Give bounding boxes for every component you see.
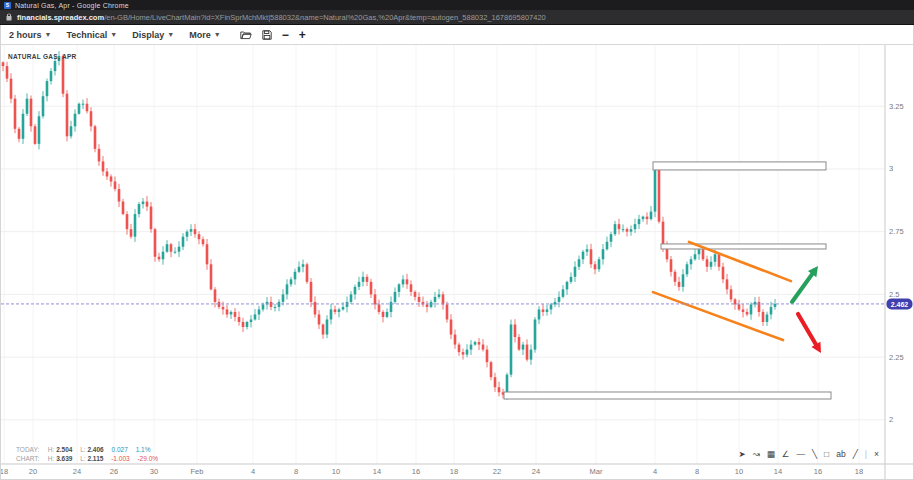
arrow-shaft[interactable] [792, 274, 812, 302]
price-tick-label: 2.5 [889, 290, 899, 299]
candle-body [754, 302, 757, 305]
time-tick-label: 22 [493, 467, 501, 476]
candle-body [134, 214, 137, 237]
candle-body [354, 287, 357, 295]
rectangle-tool-icon[interactable]: □ [824, 449, 829, 459]
time-tick-label: 26 [110, 467, 118, 476]
display-dropdown-label: Display [132, 30, 164, 40]
candle-body [178, 247, 181, 252]
candle-body [98, 149, 101, 162]
candle-body [450, 319, 453, 334]
more-dropdown[interactable]: More ▼ [189, 30, 220, 40]
candle-body [342, 307, 345, 310]
candle-body [170, 244, 173, 252]
candle-body [154, 229, 157, 257]
candle-body [554, 302, 557, 305]
trend-line-tool-icon[interactable]: ╲ [812, 449, 817, 459]
resistance-box[interactable] [504, 392, 831, 399]
candle-body [498, 387, 501, 392]
pointer-tool-icon[interactable]: ➤ [739, 449, 746, 459]
candle-body [310, 282, 313, 302]
time-tick-label: 24 [532, 467, 540, 476]
open-folder-icon[interactable] [240, 30, 252, 40]
candle-body [274, 307, 277, 308]
candle-body [546, 309, 549, 312]
candle-body [78, 104, 81, 114]
candle-body [174, 252, 177, 253]
candle-body [242, 322, 245, 327]
technical-dropdown-label: Technical [66, 30, 107, 40]
candle-body [430, 302, 433, 307]
technical-dropdown[interactable]: Technical ▼ [66, 30, 117, 40]
arrow-shaft[interactable] [798, 314, 816, 345]
resistance-box[interactable] [661, 244, 826, 249]
candle-body [682, 274, 685, 287]
chevron-down-icon: ▼ [110, 31, 117, 38]
candle-body [86, 104, 89, 112]
horizontal-line-tool-icon[interactable]: — [796, 449, 805, 459]
url-bar[interactable]: financials.spreadex.com/en-GB/Home/LiveC… [0, 10, 914, 25]
candle-body [50, 71, 53, 81]
candle-body [370, 282, 373, 295]
crosshair-tool-icon[interactable]: ↝ [753, 449, 760, 459]
display-dropdown[interactable]: Display ▼ [132, 30, 174, 40]
candle-body [206, 244, 209, 264]
candle-body [366, 277, 369, 282]
time-tick-label: 14 [373, 467, 381, 476]
candle-body [298, 267, 301, 272]
candle-body [538, 309, 541, 319]
candle-body [190, 229, 193, 232]
chart-area[interactable]: NATURAL GAS, APR 22.252.52.7533.25182024… [1, 45, 913, 479]
candle-body [222, 307, 225, 310]
candle-body [126, 214, 129, 229]
candlestick-chart[interactable]: 22.252.52.7533.251820242630Feb4810141618… [1, 45, 913, 479]
today-stats-row: TODAY: H: 2.504 L: 2.406 0.027 1.1% [16, 446, 164, 455]
candle-body [534, 319, 537, 349]
symbol-label: NATURAL GAS, APR [8, 53, 77, 60]
candle-body [662, 222, 665, 247]
time-tick-label: 14 [774, 467, 782, 476]
candle-body [238, 317, 241, 322]
chevron-down-icon: ▼ [45, 31, 52, 38]
time-tick-label: 8 [695, 467, 699, 476]
grid-tool-icon[interactable]: ▦ [767, 449, 775, 459]
candle-body [138, 204, 141, 214]
candle-body [6, 66, 9, 79]
candle-body [698, 249, 701, 254]
time-tick-label: Mar [590, 467, 603, 476]
candle-body [398, 284, 401, 292]
candle-body [254, 314, 257, 319]
interval-dropdown[interactable]: 2 hours ▼ [9, 30, 51, 40]
candle-body [442, 294, 445, 304]
zoom-out-button[interactable]: − [282, 30, 289, 40]
resistance-box[interactable] [653, 162, 826, 170]
window-titlebar: S Natural Gas, Apr - Google Chrome [0, 0, 914, 10]
chevron-down-icon: ▼ [167, 31, 174, 38]
candle-body [718, 254, 721, 267]
candle-body [26, 99, 29, 114]
text-tool-icon[interactable]: ab [836, 449, 845, 459]
zoom-in-button[interactable]: + [299, 30, 306, 40]
candle-body [302, 264, 305, 267]
today-high-label: H: [48, 446, 55, 453]
candle-body [434, 297, 437, 302]
browser-window: S Natural Gas, Apr - Google Chrome finan… [0, 0, 914, 480]
ray-tool-icon[interactable]: ╱ [853, 449, 858, 459]
candle-body [494, 377, 497, 387]
save-icon[interactable] [262, 30, 272, 40]
angle-tool-icon[interactable]: ∠ [782, 449, 790, 459]
candle-body [482, 345, 485, 350]
candle-body [122, 202, 125, 215]
candle-body [410, 284, 413, 292]
time-tick-label: 24 [73, 467, 81, 476]
candle-body [738, 304, 741, 309]
candle-body [66, 94, 69, 137]
time-tick-label: 18 [450, 467, 458, 476]
interval-dropdown-label: 2 hours [9, 30, 42, 40]
candle-body [158, 257, 161, 260]
candle-body [394, 292, 397, 302]
candle-body [710, 262, 713, 267]
delete-drawing-icon[interactable]: × [874, 449, 879, 459]
candle-body [322, 325, 325, 335]
candle-body [114, 181, 117, 189]
